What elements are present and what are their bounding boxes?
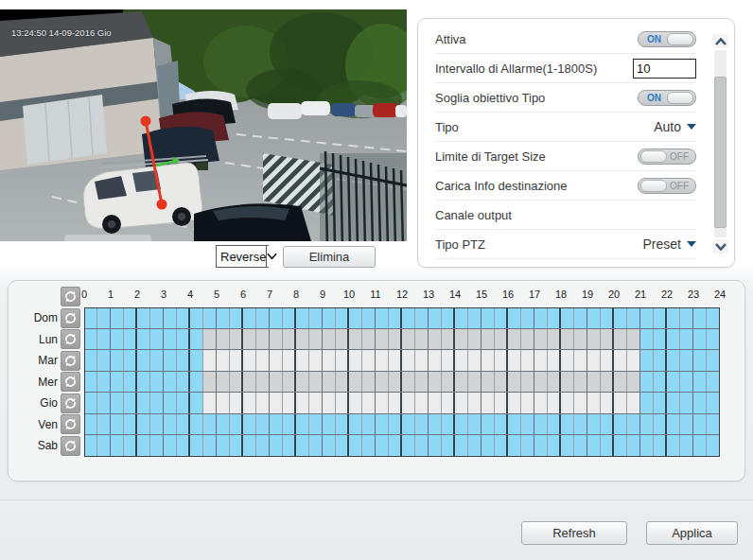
schedule-cell[interactable]	[482, 307, 495, 328]
schedule-cell[interactable]	[667, 307, 680, 328]
schedule-cell[interactable]	[323, 393, 336, 413]
schedule-cell[interactable]	[309, 372, 323, 393]
schedule-cell[interactable]	[230, 372, 243, 393]
schedule-cell[interactable]	[243, 393, 256, 413]
schedule-cell[interactable]	[707, 393, 720, 413]
schedule-cell[interactable]	[482, 350, 495, 371]
schedule-cell[interactable]	[442, 393, 455, 413]
schedule-cell[interactable]	[111, 350, 124, 371]
schedule-cell[interactable]	[468, 414, 482, 435]
schedule-cell[interactable]	[468, 435, 482, 457]
schedule-cell[interactable]	[707, 307, 720, 328]
schedule-cell[interactable]	[349, 435, 362, 457]
schedule-cell[interactable]	[574, 393, 587, 413]
schedule-cell[interactable]	[336, 350, 349, 371]
schedule-cell[interactable]	[442, 307, 455, 328]
schedule-cell[interactable]	[256, 414, 270, 435]
schedule-cell[interactable]	[203, 435, 217, 457]
copy-day-button-ven[interactable]	[61, 414, 80, 434]
schedule-cell[interactable]	[587, 350, 601, 371]
schedule-cell[interactable]	[429, 414, 442, 435]
schedule-cell[interactable]	[693, 329, 707, 350]
schedule-cell[interactable]	[601, 414, 614, 435]
schedule-cell[interactable]	[283, 393, 296, 413]
schedule-cell[interactable]	[495, 307, 508, 328]
schedule-cell[interactable]	[495, 435, 508, 457]
schedule-cell[interactable]	[614, 307, 627, 328]
schedule-cell[interactable]	[654, 414, 667, 435]
schedule-cell[interactable]	[164, 307, 177, 328]
schedule-cell[interactable]	[640, 414, 654, 435]
schedule-cell[interactable]	[336, 435, 349, 457]
schedule-cell[interactable]	[217, 414, 230, 435]
schedule-cell[interactable]	[243, 307, 256, 328]
schedule-cell[interactable]	[429, 372, 442, 393]
schedule-cell[interactable]	[640, 350, 654, 371]
soglia-toggle[interactable]: ON	[638, 90, 696, 106]
schedule-cell[interactable]	[455, 414, 468, 435]
schedule-cell[interactable]	[124, 372, 137, 393]
schedule-cell[interactable]	[548, 414, 561, 435]
scrollbar-thumb[interactable]	[714, 77, 727, 228]
schedule-cell[interactable]	[150, 393, 164, 413]
schedule-cell[interactable]	[614, 372, 627, 393]
schedule-cell[interactable]	[482, 329, 495, 350]
schedule-cell[interactable]	[323, 435, 336, 457]
schedule-cell[interactable]	[124, 329, 137, 350]
schedule-cell[interactable]	[84, 435, 97, 457]
schedule-cell[interactable]	[534, 350, 548, 371]
schedule-cell[interactable]	[561, 307, 574, 328]
schedule-cell[interactable]	[508, 350, 521, 371]
schedule-cell[interactable]	[601, 307, 614, 328]
schedule-cell[interactable]	[177, 372, 190, 393]
schedule-cell[interactable]	[283, 435, 296, 457]
schedule-cell[interactable]	[137, 414, 150, 435]
schedule-cell[interactable]	[574, 435, 587, 457]
schedule-cell[interactable]	[323, 329, 336, 350]
schedule-cell[interactable]	[482, 414, 495, 435]
schedule-cell[interactable]	[693, 414, 707, 435]
schedule-cell[interactable]	[534, 393, 548, 413]
schedule-cell[interactable]	[362, 414, 376, 435]
tripwire-endpoint[interactable]	[141, 116, 151, 127]
delete-button[interactable]: Elimina	[283, 246, 376, 268]
schedule-cell[interactable]	[680, 350, 693, 371]
schedule-cell[interactable]	[362, 372, 376, 393]
schedule-cell[interactable]	[693, 307, 707, 328]
schedule-cell[interactable]	[177, 393, 190, 413]
schedule-cell[interactable]	[362, 307, 376, 328]
schedule-cell[interactable]	[561, 414, 574, 435]
schedule-cell[interactable]	[442, 350, 455, 371]
schedule-cell[interactable]	[230, 329, 243, 350]
schedule-cell[interactable]	[164, 393, 177, 413]
schedule-cell[interactable]	[309, 393, 323, 413]
schedule-cell[interactable]	[429, 329, 442, 350]
schedule-cell[interactable]	[667, 350, 680, 371]
schedule-cell[interactable]	[362, 329, 376, 350]
schedule-cell[interactable]	[415, 350, 429, 371]
schedule-cell[interactable]	[323, 372, 336, 393]
schedule-cell[interactable]	[429, 393, 442, 413]
schedule-cell[interactable]	[203, 414, 217, 435]
schedule-cell[interactable]	[574, 307, 587, 328]
schedule-cell[interactable]	[587, 435, 601, 457]
schedule-cell[interactable]	[137, 372, 150, 393]
schedule-cell[interactable]	[177, 307, 190, 328]
schedule-cell[interactable]	[376, 393, 389, 413]
schedule-cell[interactable]	[627, 435, 640, 457]
schedule-cell[interactable]	[561, 350, 574, 371]
schedule-cell[interactable]	[164, 372, 177, 393]
schedule-cell[interactable]	[283, 307, 296, 328]
schedule-cell[interactable]	[707, 372, 720, 393]
schedule-cell[interactable]	[654, 307, 667, 328]
schedule-cell[interactable]	[574, 372, 587, 393]
schedule-cell[interactable]	[349, 393, 362, 413]
schedule-cell[interactable]	[614, 393, 627, 413]
schedule-cell[interactable]	[680, 414, 693, 435]
schedule-cell[interactable]	[548, 435, 561, 457]
schedule-cell[interactable]	[640, 372, 654, 393]
schedule-cell[interactable]	[336, 414, 349, 435]
scroll-down-button[interactable]	[712, 239, 728, 254]
schedule-cell[interactable]	[270, 372, 283, 393]
schedule-cell[interactable]	[680, 329, 693, 350]
